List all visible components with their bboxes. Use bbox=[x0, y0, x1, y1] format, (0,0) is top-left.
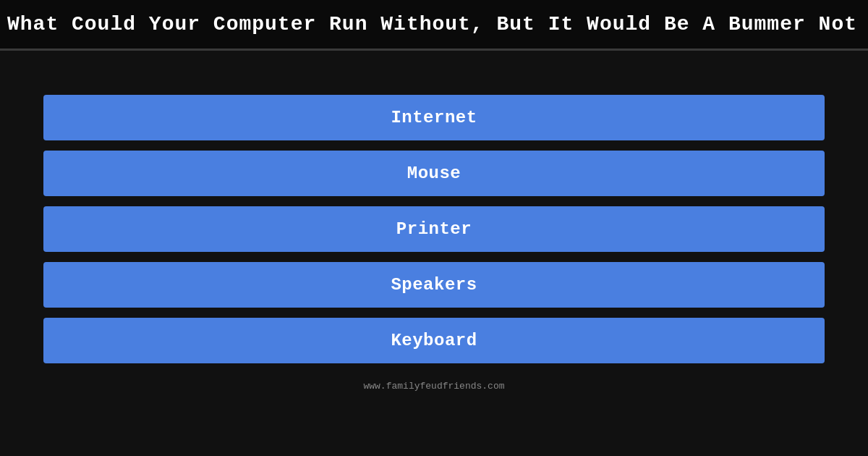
answer-row-4: Speakers bbox=[43, 262, 825, 308]
footer-url: www.familyfeudfriends.com bbox=[363, 381, 504, 392]
answers-container: Internet Mouse Printer Speakers Keyboard… bbox=[0, 51, 868, 456]
answer-button-2[interactable]: Mouse bbox=[43, 151, 825, 196]
footer: www.familyfeudfriends.com bbox=[357, 373, 510, 398]
answer-row-1: Internet bbox=[43, 95, 825, 140]
answer-row-2: Mouse bbox=[43, 151, 825, 196]
answer-row-5: Keyboard bbox=[43, 318, 825, 363]
question-title: What Could Your Computer Run Without, Bu… bbox=[7, 13, 868, 35]
answer-button-5[interactable]: Keyboard bbox=[43, 318, 825, 363]
answer-button-1[interactable]: Internet bbox=[43, 95, 825, 140]
answer-button-4[interactable]: Speakers bbox=[43, 262, 825, 308]
title-bar: What Could Your Computer Run Without, Bu… bbox=[0, 0, 868, 51]
answer-button-3[interactable]: Printer bbox=[43, 206, 825, 252]
answer-row-3: Printer bbox=[43, 206, 825, 252]
